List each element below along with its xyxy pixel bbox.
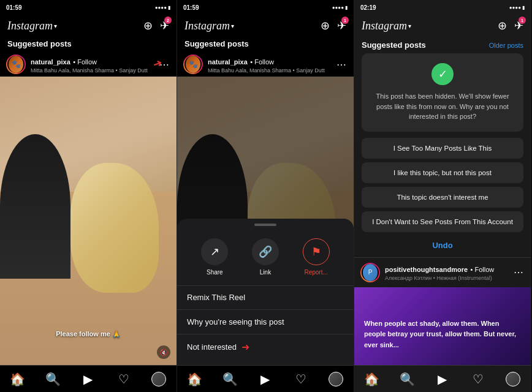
chevron-down-icon-2: ▾ [231,23,234,29]
nav-actions-2: ⊕ ✈ 1 [321,19,346,32]
follow-button-1[interactable]: • Follow [73,58,97,66]
share-label: Share [207,269,223,276]
add-post-button-1[interactable]: ⊕ [143,19,153,32]
post-header-2: 🐾 natural_pixa • Follow Mitta Bahu Aala,… [177,52,354,77]
status-bar-3: 02:19 ●●●● ▮ [354,0,531,13]
instagram-logo-3[interactable]: Instagram ▾ [362,20,411,32]
avatar-2: 🐾 [183,55,203,74]
red-arrow-2: ➜ [241,341,249,353]
panel-3: 02:19 ●●●● ▮ Instagram ▾ ⊕ ✈ 1 Suggested… [354,0,531,392]
report-action[interactable]: ⚑ Report... [303,238,330,276]
reason-list: I See Too Many Posts Like This I like th… [362,138,523,236]
instagram-logo-2[interactable]: Instagram ▾ [184,20,234,32]
post-meta-2: natural_pixa • Follow Mitta Bahu Aala, M… [208,56,330,74]
nav-bar-2: Instagram ▾ ⊕ ✈ 1 [177,13,354,38]
nav-reels-2[interactable]: ▶ [253,368,278,390]
messages-button-3[interactable]: ✈ 1 [514,19,523,32]
panel3-post-username: positivethoughtsandmore [385,266,468,273]
nav-likes-3[interactable]: ♡ [466,368,490,390]
post-image-1: Please follow me 🙏 🔇 [0,77,177,365]
status-time-3: 02:19 [360,4,376,11]
battery-icon-1: ▮ [168,5,170,10]
post-username-1: natural_pixa [31,58,70,66]
avatar-3: P [360,263,380,282]
reason-item-3[interactable]: This topic doesn't interest me [362,187,523,208]
link-icon: 🔗 [252,238,279,265]
post-caption-1: Please follow me 🙏 [0,328,177,341]
post-meta-1: natural_pixa • Follow Mitta Bahu Aala, M… [31,56,153,74]
dog-decoration [70,163,159,293]
reason-item-2[interactable]: I like this topic, but not this post [362,162,523,183]
nav-home-2[interactable]: 🏠 [183,368,207,390]
section-title-1: Suggested posts [0,38,177,52]
panel3-post-header: P positivethoughtsandmore • Follow Алекс… [354,258,531,287]
panel3-follow-button[interactable]: • Follow [471,266,495,273]
messages-button-2[interactable]: ✈ 1 [337,19,346,32]
signal-icon-3: ●●●● [509,5,521,10]
messages-button-1[interactable]: ✈ 2 [160,19,169,32]
post-more-button-2[interactable]: ⋯ [335,59,348,70]
status-bar-2: 01:59 ●●●● ▮ [177,0,354,13]
signal-icon-1: ●●●● [155,5,167,10]
not-interested-item[interactable]: Not interested ➜ [177,334,354,360]
panel3-post-tags: Александр Кэтлин • Нежная (Instrumental) [385,275,507,281]
status-bar-1: 01:59 ●●●● ▮ [0,0,177,13]
nav-reels-3[interactable]: ▶ [430,368,455,390]
status-time-2: 01:59 [183,4,199,11]
battery-icon-3: ▮ [522,5,525,10]
nav-search-1[interactable]: 🔍 [40,368,65,390]
report-icon: ⚑ [303,238,330,265]
suggested-posts-title: Suggested posts [362,40,426,50]
why-seeing-item[interactable]: Why you're seeing this post [177,310,354,334]
bottom-nav-3: 🏠 🔍 ▶ ♡ [354,365,531,392]
nav-profile-2[interactable] [324,368,348,390]
nav-likes-1[interactable]: ♡ [112,368,136,390]
panel3-post-image: When people act shady, allow them. When … [354,287,531,366]
remix-reel-item[interactable]: Remix This Reel [177,285,354,309]
panel-1: 01:59 ●●●● ▮ Instagram ▾ ⊕ ✈ 2 Suggested… [0,0,177,392]
nav-home-1[interactable]: 🏠 [6,368,30,390]
post-header-1: 🐾 natural_pixa • Follow Mitta Bahu Aala,… [0,52,177,77]
report-label: Report... [304,269,327,276]
panel3-post-more-button[interactable]: ⋯ [512,266,525,278]
post-tags-2: Mitta Bahu Aala, Manisha Sharma • Sanjay… [208,67,330,74]
nav-search-2[interactable]: 🔍 [218,368,242,390]
older-posts-link[interactable]: Older posts [489,42,523,49]
messages-badge-1: 2 [164,17,172,24]
share-action[interactable]: ↗ Share [201,238,228,276]
status-icons-2: ●●●● ▮ [332,5,348,10]
nav-home-3[interactable]: 🏠 [360,368,384,390]
nav-profile-3[interactable] [501,368,525,390]
reason-item-4[interactable]: I Don't Want to See Posts From This Acco… [362,211,523,232]
battery-icon-2: ▮ [345,5,348,10]
panel3-post-quote: When people act shady, allow them. When … [354,287,531,366]
section-title-2: Suggested posts [177,38,354,52]
panel3-post-meta: positivethoughtsandmore • Follow Алексан… [385,263,507,281]
nav-profile-1[interactable] [146,368,171,390]
post-tags-1: Mitta Bahu Aala, Manisha Sharma • Sanjay… [31,67,153,74]
add-post-button-2[interactable]: ⊕ [321,19,330,32]
undo-button[interactable]: Undo [354,236,531,254]
messages-badge-3: 1 [519,17,526,24]
messages-badge-2: 1 [341,17,349,24]
bottom-sheet: ↗ Share 🔗 Link ⚑ Report... Remix This Re… [177,219,354,366]
follow-button-2[interactable]: • Follow [250,58,274,66]
nav-bar-1: Instagram ▾ ⊕ ✈ 2 [0,13,177,38]
mute-button-1[interactable]: 🔇 [157,345,170,359]
nav-reels-1[interactable]: ▶ [76,368,101,390]
chevron-down-icon-1: ▾ [54,23,57,29]
suggested-posts-header: Suggested posts Older posts [354,38,531,53]
signal-icon-2: ●●●● [332,5,344,10]
bottom-nav-2: 🏠 🔍 ▶ ♡ [177,365,354,392]
panel3-post: P positivethoughtsandmore • Follow Алекс… [354,257,531,366]
instagram-logo-1[interactable]: Instagram ▾ [7,20,57,32]
link-action[interactable]: 🔗 Link [252,238,279,276]
nav-likes-2[interactable]: ♡ [289,368,313,390]
nav-search-3[interactable]: 🔍 [395,368,419,390]
sheet-actions: ↗ Share 🔗 Link ⚑ Report... [177,233,354,285]
post-username-2: natural_pixa [208,58,248,66]
hidden-notice-card: ✓ This post has been hidden. We'll show … [362,53,523,132]
reason-item-1[interactable]: I See Too Many Posts Like This [362,138,523,159]
add-post-button-3[interactable]: ⊕ [498,19,507,32]
nav-actions-1: ⊕ ✈ 2 [143,19,169,32]
